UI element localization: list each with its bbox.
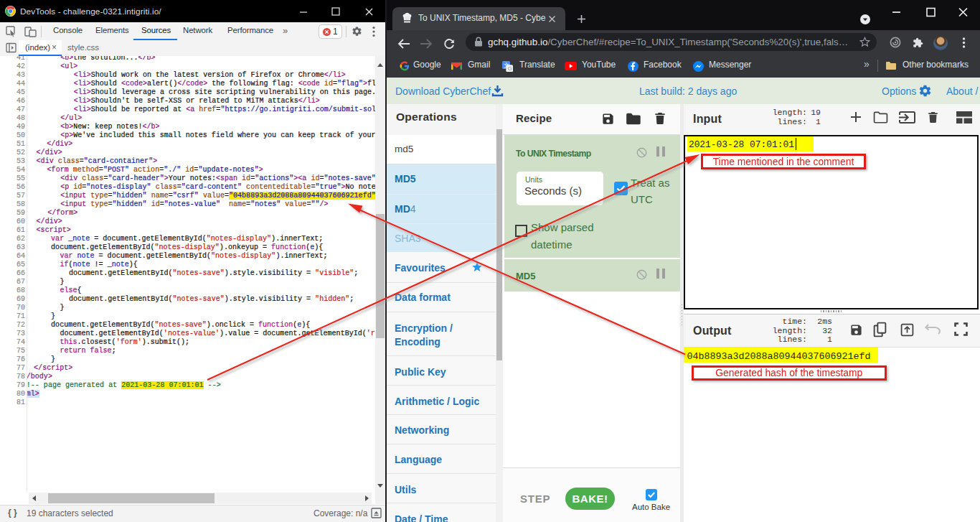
svg-text:G: G xyxy=(508,65,512,72)
